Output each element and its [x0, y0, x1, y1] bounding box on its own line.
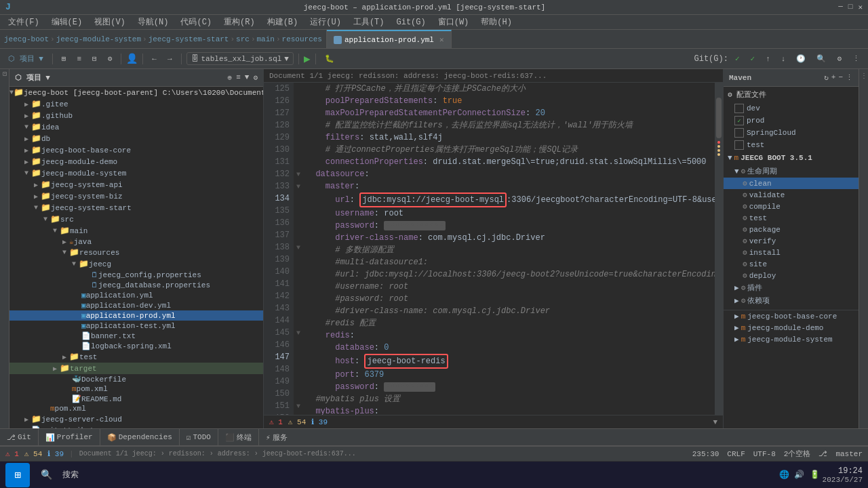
file-tab-prod-yml[interactable]: application-prod.yml ✕ [327, 30, 452, 48]
maven-profile-prod[interactable]: ✓ prod [724, 115, 859, 127]
tree-item-pom-module[interactable]: m pom.xml [9, 404, 263, 413]
tree-item-db[interactable]: ▶ 📁 db [9, 133, 263, 144]
maven-profile-dev[interactable]: dev [724, 102, 859, 115]
maven-btn-add[interactable]: + [831, 73, 836, 82]
tree-item-banner[interactable]: 📄 banner.txt [9, 331, 263, 341]
tree-item-main[interactable]: ▼ 📁 main [9, 225, 263, 237]
menu-refactor[interactable]: 重构(R) [218, 15, 260, 29]
close-icon[interactable]: ✕ [858, 3, 863, 12]
maven-lifecycle-clean[interactable]: ⚙ clean [724, 178, 859, 189]
toolbar-btn-layout[interactable]: ⊞ [58, 53, 71, 64]
breadcrumb-item[interactable]: jeecg-system-start [149, 35, 229, 43]
sidebar-strip-icon1[interactable]: ⊡ [1, 72, 8, 76]
editor-scrollbar[interactable] [715, 83, 723, 415]
tree-item-resources[interactable]: ▼ 📁 resources [9, 247, 263, 258]
tree-item-logback[interactable]: 📄 logback-spring.xml [9, 341, 263, 351]
sidebar-btn-locate[interactable]: ⊕ [228, 73, 233, 82]
toolbar-git-history[interactable]: 🕐 [792, 53, 810, 64]
scrollbar-thumb[interactable] [716, 98, 722, 138]
run-btn[interactable]: ▶ [304, 52, 311, 66]
tree-item-app-dev-yml[interactable]: ▣ application-dev.yml [9, 300, 263, 310]
maven-dependencies[interactable]: ▶ ⚙ 依赖项 [724, 294, 859, 307]
maven-submodule-system[interactable]: ▶ m jeecg-module-system [724, 333, 859, 345]
tree-item-target[interactable]: ▶ 📁 target [9, 363, 263, 374]
status-crlf[interactable]: CRLF [727, 450, 745, 458]
maven-submodule-base-core[interactable]: ▶ m jeecg-boot-base-core [724, 310, 859, 322]
bottom-tab-todo[interactable]: ☑ TODO [180, 429, 218, 445]
toolbar-git-push[interactable]: ↑ [762, 54, 774, 64]
sidebar-btn-collapse[interactable]: ≡ [236, 73, 241, 82]
toolbar-git-check2[interactable]: ✓ [747, 53, 760, 64]
bottom-tab-dependencies[interactable]: 📦 Dependencies [100, 429, 180, 445]
profile-checkbox-spring[interactable] [734, 128, 744, 138]
toolbar-btn-split[interactable]: ⊟ [88, 53, 101, 64]
maven-lifecycle-verify[interactable]: ⚙ verify [724, 235, 859, 247]
maven-btn-collapse2[interactable]: − [838, 73, 843, 82]
minimize-icon[interactable]: ─ [838, 3, 843, 12]
toolbar-btn-more[interactable]: ⋮ [848, 53, 864, 64]
maven-profile-test[interactable]: test [724, 139, 859, 151]
menu-window[interactable]: 窗口(W) [433, 15, 475, 29]
tree-item-src[interactable]: ▼ 📁 src [9, 214, 263, 225]
tree-item-system-start[interactable]: ▼ 📁 jeecg-system-start [9, 202, 263, 214]
breadcrumb-item[interactable]: jeecg-boot [4, 35, 49, 43]
title-bar-controls[interactable]: ─ □ ✕ [838, 3, 863, 12]
menu-edit[interactable]: 编辑(E) [46, 15, 88, 29]
profile-checkbox-prod[interactable]: ✓ [734, 116, 744, 125]
menu-git[interactable]: Git(G) [391, 16, 431, 28]
maven-profile-springcloud[interactable]: SpringCloud [724, 127, 859, 139]
toolbar-btn-settings[interactable]: ⚙ [104, 53, 117, 64]
tree-item-system-api[interactable]: ▶ 📁 jeecg-system-api [9, 179, 263, 190]
sidebar-btn-settings2[interactable]: ⚙ [253, 73, 258, 82]
toolbar-btn-forward[interactable]: → [163, 54, 176, 64]
maven-lifecycle-deploy[interactable]: ⚙ deploy [724, 270, 859, 281]
maven-project-root[interactable]: ▼ m JEECG BOOT 3.5.1 [724, 151, 859, 165]
maven-lifecycle-install[interactable]: ⚙ install [724, 247, 859, 258]
status-warnings[interactable]: ⚠ 54 [24, 449, 42, 458]
bottom-tab-terminal[interactable]: ⬛ 终端 [218, 429, 259, 445]
maven-lifecycle-compile[interactable]: ⚙ compile [724, 201, 859, 212]
maven-btn-reload[interactable]: ↻ [824, 73, 829, 82]
profile-checkbox-dev[interactable] [734, 104, 744, 113]
menu-view[interactable]: 视图(V) [89, 15, 131, 29]
tree-item-pom-system-start[interactable]: m pom.xml [9, 384, 263, 394]
tree-item-db-props[interactable]: 🗒 jeecg_database.properties [9, 280, 263, 290]
maven-lifecycle[interactable]: ▼ ⚙ 生命周期 [724, 165, 859, 178]
tree-item-root[interactable]: ▼ 📁 jeecg-boot [jeecg-boot-parent] C:\Us… [9, 87, 263, 98]
tree-item-jeecg-dir[interactable]: ▼ 📁 jeecg [9, 258, 263, 270]
tree-item-test-dir[interactable]: ▶ 📁 test [9, 351, 263, 363]
profile-checkbox-test[interactable] [734, 140, 744, 150]
menu-tools[interactable]: 工具(T) [348, 15, 390, 29]
toolbar-settings[interactable]: ⚙ [833, 53, 846, 64]
menu-help[interactable]: 帮助(H) [475, 15, 517, 29]
status-errors[interactable]: ⚠ 1 [5, 449, 19, 458]
tree-item-dockerfile[interactable]: 🐳 Dockerfile [9, 374, 263, 384]
maven-submodule-demo[interactable]: ▶ m jeecg-module-demo [724, 322, 859, 333]
status-info[interactable]: ℹ 39 [47, 449, 64, 458]
maven-lifecycle-test[interactable]: ⚙ test [724, 212, 859, 224]
tree-item-github[interactable]: ▶ 📁 .github [9, 110, 263, 121]
tree-item-idea[interactable]: ▼ 📁 idea [9, 121, 263, 133]
tab-close-icon[interactable]: ✕ [439, 35, 444, 44]
menu-file[interactable]: 文件(F) [3, 15, 45, 29]
tree-item-server-cloud[interactable]: ▶ 📁 jeecg-server-cloud [9, 413, 263, 425]
tree-item-app-prod-yml[interactable]: ▣ application-prod.yml [9, 310, 263, 321]
maven-lifecycle-site[interactable]: ⚙ site [724, 258, 859, 270]
breadcrumb-item[interactable]: src [236, 35, 250, 43]
tree-item-system-biz[interactable]: ▶ 📁 jeecg-system-biz [9, 190, 263, 202]
maven-plugins[interactable]: ▶ ⚙ 插件 [724, 281, 859, 294]
search-taskbar[interactable]: 🔍 [34, 463, 58, 487]
status-position[interactable]: 235:30 [692, 450, 719, 458]
toolbar-btn-project[interactable]: ⬡ 项目 ▼ [4, 52, 47, 65]
tree-item-gitee[interactable]: ▶ 📁 .gitee [9, 98, 263, 110]
maven-btn-more2[interactable]: ⋮ [846, 73, 853, 82]
maximize-icon[interactable]: □ [848, 3, 853, 12]
breadcrumb-item[interactable]: jeecg-module-system [56, 35, 141, 43]
maven-lifecycle-validate[interactable]: ⚙ validate [724, 189, 859, 201]
menu-build[interactable]: 构建(B) [262, 15, 304, 29]
maven-lifecycle-package[interactable]: ⚙ package [724, 224, 859, 235]
start-button[interactable]: ⊞ [5, 463, 30, 487]
tree-item-module-system[interactable]: ▼ 📁 jeecg-module-system [9, 167, 263, 179]
status-charset[interactable]: UTF-8 [753, 450, 776, 458]
tree-item-app-yml[interactable]: ▣ application.yml [9, 290, 263, 300]
